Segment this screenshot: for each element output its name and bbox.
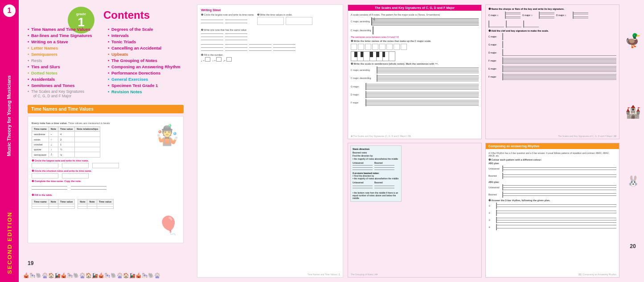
composing-header: Composing an Answering Rhythm	[486, 143, 619, 149]
book-spine: 1 Music Theory for Young Musicians SECON…	[0, 0, 19, 282]
beamed-notes-label: Beamed notes	[353, 151, 399, 154]
castle-decoration: 🏰	[625, 104, 641, 119]
page-number-left: 19	[28, 260, 33, 266]
list-item: Bar-lines and Time Signatures	[28, 33, 103, 38]
list-item: Upbeats	[108, 52, 184, 57]
list-item: Time Names and Time Values	[28, 27, 103, 32]
list-item: Assidentals	[28, 77, 103, 82]
list-item: Letter Names	[28, 46, 103, 50]
composing-page: Composing an Answering Rhythm A 4-Bar Rh…	[485, 143, 619, 278]
bottom-decoration-strip: 🎪🎠🐘🎡🏠🚂🎪🎠🐘🎡🏠🚂🎪🎠🐘🎡🏠🚂🎪🎠🐘🎡	[19, 269, 193, 282]
list-item: Intervals	[108, 33, 184, 38]
composing-body: A 4-Bar Rhythm has a 2-bar question and …	[486, 149, 619, 273]
scales-instruction-1: A scale consists of 8 notes. The pattern…	[351, 13, 479, 16]
right-bottom-section: Stem direction Beamed notes Find the dir…	[348, 143, 619, 278]
list-item: Performance Dorections	[108, 70, 184, 75]
spine-edition-text: SECOND EDITION	[6, 212, 13, 274]
scales-page-right: ❹ Name the sharps or flats of the key an…	[485, 4, 619, 139]
spine-title-text: Music Theory for Young Musicians	[6, 20, 12, 212]
scales-page-left: The Scales and Key Signatures of C, G, D…	[348, 4, 482, 139]
page-number-right: 20	[630, 243, 636, 249]
list-item: Composing an Answering Rhythm	[108, 64, 184, 69]
contents-col-1: Time Names and Time Values Bar-lines and…	[28, 27, 103, 100]
right-outer: 🦆 🏰 🐰 20	[624, 0, 644, 282]
page-preview: Every note has a time value. Time values…	[28, 116, 184, 243]
spine-grade-number: 1	[8, 7, 12, 15]
contents-columns: Time Names and Time Values Bar-lines and…	[28, 27, 184, 100]
right-top-section: The Scales and Key Signatures of C, G, D…	[348, 4, 619, 139]
spine-grade-circle: 1	[3, 4, 16, 17]
list-item: Writing on a Stave	[28, 39, 103, 44]
list-item: Tonic Triads	[108, 39, 184, 44]
list-item: Cancelling an Accidental	[108, 46, 184, 50]
stem-direction-label: Stem direction	[353, 148, 399, 150]
preview-inner: Every note has a time value. Time values…	[28, 116, 183, 215]
duck-decoration: 🦆	[625, 33, 641, 48]
time-names-box: Time Names and Time Values	[28, 105, 184, 113]
list-item: The Grouping of Notes	[108, 58, 184, 63]
ws-writing-stave-title: Writing Stave	[201, 8, 339, 12]
time-value-table: Time name Note Time value Note relations…	[32, 126, 100, 158]
list-item: Specimen Test Grade 1	[108, 83, 184, 88]
left-page: grade 1 Contents Time Names and Time Val…	[19, 0, 193, 282]
list-item: Revision Notes	[108, 89, 184, 94]
grouping-page: Stem direction Beamed notes Find the dir…	[348, 143, 482, 278]
scales-header: The Scales and Key Signatures of C, G, D…	[348, 5, 481, 11]
list-item: Degrees of the Scale	[108, 27, 184, 32]
clown-decoration: 🤹	[155, 123, 180, 147]
right-decoration: 🦆 🏰 🐰 20	[624, 4, 642, 278]
right-pages: The Scales and Key Signatures of C, G, D…	[348, 0, 624, 282]
contents-title: Contents	[103, 9, 184, 21]
train-deco: 🎪🎠🐘🎡🏠🚂🎪🎠🐘🎡🏠🚂🎪🎠🐘🎡🏠🚂🎪🎠🐘🎡	[23, 273, 160, 278]
list-item: Semiquavers	[28, 52, 103, 57]
bunny-decoration: 🐰	[627, 175, 639, 187]
list-item: Rests	[28, 58, 103, 63]
list-item: General Exercises	[108, 77, 184, 82]
contents-col-2: Degrees of the Scale Intervals Tonic Tri…	[108, 27, 184, 100]
list-item: Ties and Slurs	[28, 64, 103, 69]
worksheet-writing-stave: Writing Stave ❶ Circle the largest note …	[197, 4, 343, 278]
ws-writing-stave-content: ❶ Circle the largest note and write its …	[201, 13, 339, 62]
list-item: Semitones and Tones	[28, 83, 103, 88]
scales-body: A scale consists of 8 notes. The pattern…	[348, 11, 481, 135]
list-item: Dotted Notes	[28, 70, 103, 75]
time-names-title: Time Names and Time Values	[31, 107, 94, 112]
main-content: grade 1 Contents Time Names and Time Val…	[19, 0, 644, 282]
list-item: The Scales and Key Signatures of C, G, D…	[28, 89, 103, 98]
balloon-decoration: 🎈	[157, 215, 180, 236]
middle-pages: Writing Stave ❶ Circle the largest note …	[193, 0, 348, 282]
